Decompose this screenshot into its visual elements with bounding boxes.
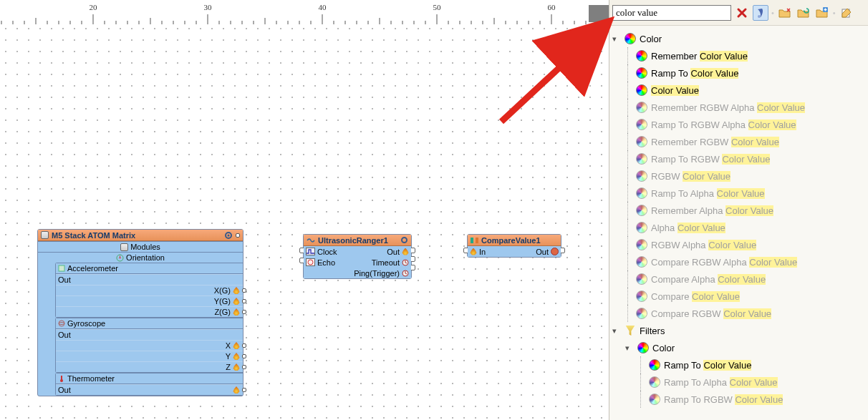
edit-button[interactable] [839,5,854,21]
output-pin[interactable] [242,288,246,293]
flame-icon [233,386,240,394]
node-m5-stack-atom-matrix[interactable]: M5 Stack ATOM Matrix Modules Orientation… [37,229,243,396]
out-label: Out [58,275,71,284]
folder-refresh-button[interactable] [796,5,811,21]
output-pin[interactable] [242,299,246,303]
tree-item[interactable]: Compare Alpha Color Value [612,270,865,288]
output-pin[interactable] [242,365,246,369]
node-title[interactable]: CompareValue1 [468,235,561,246]
output-pin[interactable] [242,388,246,392]
clear-search-button[interactable] [734,5,750,21]
svg-point-64 [59,323,64,325]
tree-item[interactable]: Remember Color Value [612,47,865,64]
tree-category-color[interactable]: ▾Color [612,30,865,47]
output-pin[interactable] [242,343,246,348]
svg-point-73 [758,15,761,18]
pin-xg[interactable]: X(G) [56,285,243,296]
item-label: Compare RGBW Alpha Color Value [651,257,797,268]
tree-item[interactable]: Remember Alpha Color Value [612,202,865,219]
tree-item[interactable]: Remember RGBW Color Value [612,133,865,150]
svg-point-63 [59,321,64,326]
tree-item[interactable]: Color Value [612,82,865,99]
thermometer-title: Thermometer [67,374,115,383]
clock-label: Clock [317,248,337,256]
pin-zg[interactable]: Z(G) [56,306,243,317]
design-canvas[interactable]: 2030405060 M5 Stack ATOM Matrix Modules [0,0,609,420]
accelerometer-block[interactable]: Accelerometer Out X(G) Y(G) Z(G) [55,263,243,318]
tree-item[interactable]: Ramp To Alpha Color Value [612,185,865,202]
gear-icon[interactable] [224,231,233,240]
svg-text:40: 40 [319,3,327,11]
pin-y[interactable]: Y [56,351,243,361]
tree-item[interactable]: RGBW Color Value [612,167,865,185]
search-input[interactable] [612,5,731,21]
clock-out-row: Clock Out [304,246,411,257]
tree-item[interactable]: Compare RGBW Alpha Color Value [612,253,865,270]
item-label: Ramp To RGBW Color Value [664,394,783,405]
item-label: Ramp To Alpha Color Value [664,377,778,388]
svg-point-68 [308,260,313,265]
item-label: Color Value [651,85,699,96]
tree-item[interactable]: Ramp To Alpha Color Value [612,373,865,391]
tree-category-filters[interactable]: ▾Filters [612,322,865,339]
item-label: Compare Color Value [651,291,740,302]
thermometer-icon [58,375,65,382]
tree-item[interactable]: Ramp To RGBW Color Value [612,391,865,408]
orientation-label: Orientation [126,253,165,262]
pin-out[interactable]: Out [56,384,243,395]
flame-icon [233,353,240,360]
tree-item[interactable]: Ramp To Color Value [612,64,865,82]
item-label: Ramp To Color Value [664,360,751,371]
node-ultrasonic-ranger-1[interactable]: UltrasonicRanger1 Clock Out Echo Timeout… [303,234,412,279]
pin-x[interactable]: X [56,340,243,351]
tree-item[interactable]: Remember RGBW Alpha Color Value [612,99,865,116]
modules-section[interactable]: Modules [38,241,243,252]
tree-item[interactable]: Ramp To Color Value [612,356,865,373]
sensor-icon [307,237,315,244]
out-label: Out [387,248,400,256]
expand-toggle[interactable]: ▾ [612,34,621,44]
pin-label: Y [226,352,231,361]
node-title[interactable]: M5 Stack ATOM Matrix [38,230,243,241]
tree-item[interactable]: Compare Color Value [612,288,865,305]
component-tree[interactable]: ▾ColorRemember Color ValueRamp To Color … [609,26,868,420]
tree-item[interactable]: RGBW Alpha Color Value [612,236,865,253]
sensor-icon [58,320,65,327]
pin-z[interactable]: Z [56,361,243,372]
node-title[interactable]: UltrasonicRanger1 [304,235,411,246]
port-icon[interactable] [236,233,240,238]
gear-icon[interactable] [400,236,408,244]
color-wheel-icon [635,238,648,251]
tree-item[interactable]: Alpha Color Value [612,219,865,236]
category-label: Filters [640,326,665,336]
tree-category-color[interactable]: ▾Color [612,339,865,356]
output-pin[interactable] [242,354,246,358]
ruler-end-block [589,5,609,22]
thermometer-block[interactable]: Thermometer Out [55,373,243,396]
expand-toggle[interactable]: ▾ [625,343,634,353]
gyroscope-block[interactable]: Gyroscope Out X Y Z [55,318,243,373]
color-wheel-icon [635,84,648,97]
expand-toggle[interactable]: ▾ [612,326,621,336]
filter-toggle-button[interactable] [753,5,768,21]
tree-item[interactable]: Ramp To RGBW Color Value [612,150,865,167]
flame-icon [402,248,409,255]
item-label: Ramp To RGBW Color Value [651,154,770,165]
flame-icon [233,287,240,294]
pin-label: X [226,341,231,350]
color-wheel-icon [635,273,648,285]
pin-label: Z [226,363,231,371]
pin-label: X(G) [214,286,231,295]
output-pin[interactable] [242,310,246,314]
orientation-section[interactable]: Orientation [38,252,243,263]
node-compare-value-1[interactable]: CompareValue1 In Out [467,234,561,258]
color-wheel-icon [637,341,650,354]
tree-item[interactable]: Ramp To RGBW Alpha Color Value [612,116,865,133]
out-label: Out [58,386,71,394]
folder-open-button[interactable] [777,5,793,21]
pin-yg[interactable]: Y(G) [56,296,243,306]
tree-item[interactable]: Compare RGBW Color Value [612,305,865,322]
timeout-label: Timeout [372,258,400,267]
color-wheel-icon [635,135,648,148]
folder-add-button[interactable] [814,5,830,21]
